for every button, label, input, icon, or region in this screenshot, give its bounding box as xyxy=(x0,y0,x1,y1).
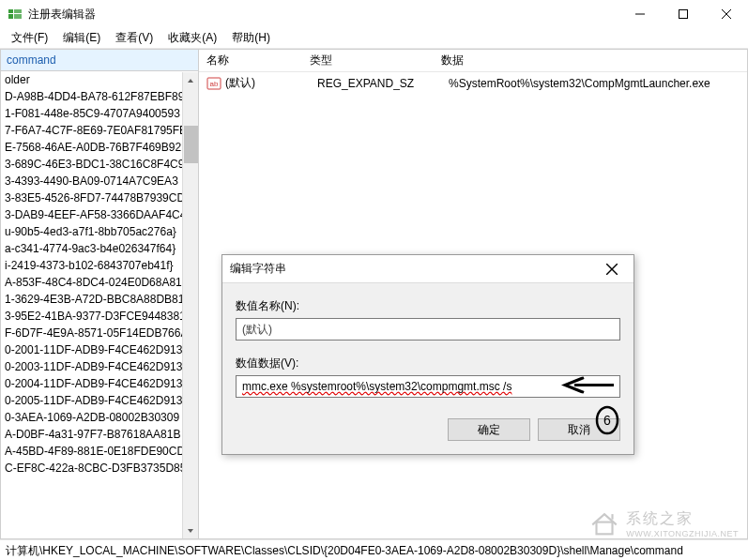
tree-row[interactable]: 3-DAB9-4EEF-AF58-3366DAAF4C4F xyxy=(1,206,198,223)
tree-row[interactable]: 7-F6A7-4C7F-8E69-7E0AF81795FB xyxy=(1,122,198,139)
list-row[interactable]: ab (默认) REG_EXPAND_SZ %SystemRoot%\syste… xyxy=(199,72,747,94)
tree-row[interactable]: E-7568-46AE-A0DB-76B7F469B92B xyxy=(1,139,198,156)
svg-rect-5 xyxy=(679,10,688,19)
tree-row[interactable]: u-90b5-4ed3-a7f1-8bb705ac276a} xyxy=(1,223,198,240)
tree-row[interactable]: 0-2005-11DF-ADB9-F4CE462D9137 xyxy=(1,392,198,409)
menu-edit[interactable]: 编辑(E) xyxy=(55,28,108,48)
list-header: 名称 类型 数据 xyxy=(199,50,747,72)
tree-row[interactable]: 1-3629-4E3B-A72D-BBC8A88DB81 xyxy=(1,291,198,308)
edit-string-dialog: 编辑字符串 数值名称(N): (默认) 数值数据(V): mmc.exe %sy… xyxy=(221,254,634,455)
tree-row[interactable]: i-2419-4373-b102-6843707eb41f} xyxy=(1,257,198,274)
window-titlebar: 注册表编辑器 xyxy=(0,0,748,28)
close-button[interactable] xyxy=(705,0,748,28)
value-name-text: (默认) xyxy=(242,322,272,338)
dialog-title: 编辑字符串 xyxy=(230,261,598,277)
tree-row[interactable]: 3-83E5-4526-8FD7-74478B7939CD xyxy=(1,189,198,206)
value-name: (默认) xyxy=(225,75,317,91)
registry-tree-panel: command olderD-A98B-4DD4-BA78-612F87EBF8… xyxy=(0,49,199,539)
tree-row[interactable]: C-EF8C-422a-8CBC-D3FB3735D85 xyxy=(1,460,198,477)
svg-rect-3 xyxy=(14,14,22,19)
value-data-field[interactable]: mmc.exe %systemroot%\system32\compmgmt.m… xyxy=(236,375,620,398)
value-type: REG_EXPAND_SZ xyxy=(317,77,449,90)
cancel-button[interactable]: 取消 xyxy=(538,418,620,441)
dialog-buttons: 确定 取消 xyxy=(236,418,620,441)
svg-rect-2 xyxy=(8,14,13,19)
tree-row[interactable]: D-A98B-4DD4-BA78-612F87EBF89 xyxy=(1,88,198,105)
tree-row[interactable]: 3-689C-46E3-BDC1-38C16C8F4C9 xyxy=(1,156,198,173)
column-name[interactable]: 名称 xyxy=(199,49,302,72)
tree-row[interactable]: F-6D7F-4E9A-8571-05F14EDB766A xyxy=(1,325,198,341)
tree-row[interactable]: 0-3AEA-1069-A2DB-08002B30309 xyxy=(1,409,198,426)
tree-row[interactable]: a-c341-4774-9ac3-b4e026347f64} xyxy=(1,240,198,257)
ok-button[interactable]: 确定 xyxy=(448,418,530,441)
scroll-down-icon[interactable] xyxy=(183,522,199,538)
value-data-label: 数值数据(V): xyxy=(236,356,620,371)
vertical-scrollbar[interactable] xyxy=(182,72,198,538)
string-value-icon: ab xyxy=(206,76,221,91)
tree-row[interactable]: older xyxy=(1,71,198,88)
scroll-up-icon[interactable] xyxy=(183,72,199,88)
menu-favorites[interactable]: 收藏夹(A) xyxy=(160,28,224,48)
svg-rect-0 xyxy=(8,9,13,13)
tree-row[interactable]: 1-F081-448e-85C9-4707A9400593 xyxy=(1,105,198,122)
minimize-button[interactable] xyxy=(618,0,662,28)
tree-row[interactable]: A-45BD-4F89-881E-0E18FDE90CD xyxy=(1,443,198,460)
statusbar: 计算机\HKEY_LOCAL_MACHINE\SOFTWARE\Classes\… xyxy=(0,539,748,560)
value-data-text: mmc.exe %systemroot%\system32\compmgmt.m… xyxy=(242,380,511,393)
svg-text:ab: ab xyxy=(210,80,219,88)
tree-selected-key[interactable]: command xyxy=(1,50,198,71)
svg-rect-1 xyxy=(14,9,22,13)
tree-row[interactable]: A-853F-48C4-8DC4-024E0D68A81 xyxy=(1,274,198,291)
column-type[interactable]: 类型 xyxy=(302,49,434,72)
window-controls xyxy=(618,0,748,28)
tree-row[interactable]: 0-2004-11DF-ADB9-F4CE462D9137 xyxy=(1,375,198,392)
status-path: 计算机\HKEY_LOCAL_MACHINE\SOFTWARE\Classes\… xyxy=(6,544,683,557)
value-data: %SystemRoot%\system32\CompMgmtLauncher.e… xyxy=(449,77,747,90)
tree-row[interactable]: 0-2003-11DF-ADB9-F4CE462D9137 xyxy=(1,358,198,375)
tree-row[interactable]: A-D0BF-4a31-97F7-B87618AA81B xyxy=(1,426,198,443)
window-title: 注册表编辑器 xyxy=(28,7,618,23)
annotation-arrow-icon xyxy=(559,377,616,397)
svg-marker-9 xyxy=(188,529,193,533)
column-data[interactable]: 数据 xyxy=(434,49,747,72)
tree-row[interactable]: 3-4393-4490-BA09-0714A7C9EA3 xyxy=(1,173,198,189)
app-icon xyxy=(8,7,23,22)
dialog-body: 数值名称(N): (默认) 数值数据(V): mmc.exe %systemro… xyxy=(222,283,634,454)
dialog-titlebar[interactable]: 编辑字符串 xyxy=(222,255,634,283)
scrollbar-thumb[interactable] xyxy=(184,126,198,163)
tree-row[interactable]: 3-95E2-41BA-9377-D3FCE9448381 xyxy=(1,308,198,325)
svg-marker-8 xyxy=(188,79,193,83)
maximize-button[interactable] xyxy=(662,0,705,28)
value-name-field: (默认) xyxy=(236,318,620,341)
menu-help[interactable]: 帮助(H) xyxy=(224,28,278,48)
tree-row[interactable]: 0-2001-11DF-ADB9-F4CE462D9137 xyxy=(1,341,198,358)
value-name-label: 数值名称(N): xyxy=(236,298,620,314)
dialog-close-button[interactable] xyxy=(598,255,626,283)
menubar: 文件(F) 编辑(E) 查看(V) 收藏夹(A) 帮助(H) xyxy=(0,28,748,49)
menu-file[interactable]: 文件(F) xyxy=(4,28,55,48)
tree-list[interactable]: olderD-A98B-4DD4-BA78-612F87EBF891-F081-… xyxy=(1,71,198,537)
menu-view[interactable]: 查看(V) xyxy=(108,28,160,48)
